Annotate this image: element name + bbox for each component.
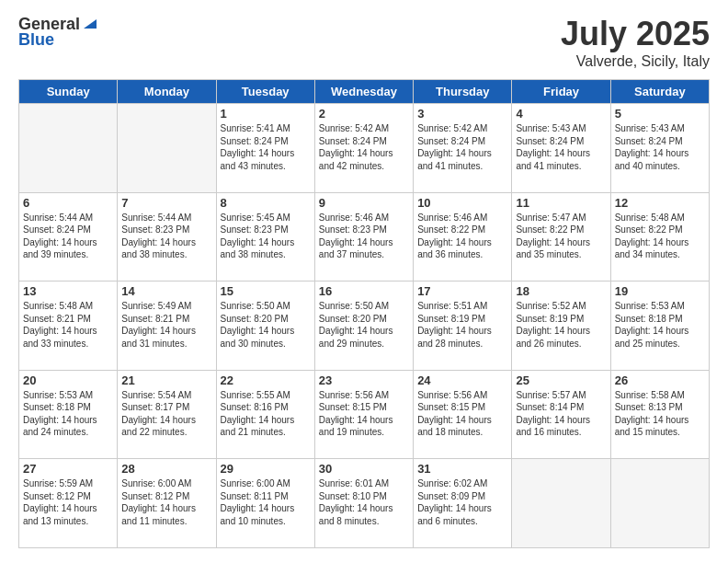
cell-details: Sunrise: 5:51 AMSunset: 8:19 PMDaylight:… — [417, 300, 507, 350]
calendar-cell: 29Sunrise: 6:00 AMSunset: 8:11 PMDayligh… — [216, 459, 314, 548]
calendar-cell — [512, 459, 610, 548]
svg-marker-0 — [84, 19, 97, 29]
logo: General Blue — [18, 15, 98, 50]
day-number: 11 — [516, 196, 606, 210]
cell-details: Sunrise: 5:59 AMSunset: 8:12 PMDaylight:… — [23, 477, 113, 527]
day-number: 8 — [221, 196, 311, 210]
calendar-cell: 11Sunrise: 5:47 AMSunset: 8:22 PMDayligh… — [512, 192, 610, 282]
day-number: 7 — [121, 196, 211, 210]
cell-details: Sunrise: 5:44 AMSunset: 8:24 PMDaylight:… — [23, 212, 113, 261]
cell-details: Sunrise: 5:42 AMSunset: 8:24 PMDaylight:… — [319, 122, 409, 172]
day-number: 19 — [615, 284, 705, 298]
day-number: 25 — [516, 373, 606, 387]
cell-details: Sunrise: 5:46 AMSunset: 8:22 PMDaylight:… — [417, 212, 507, 261]
header: General Blue July 2025 Valverde, Sicily,… — [18, 15, 710, 70]
cell-details: Sunrise: 5:55 AMSunset: 8:16 PMDaylight:… — [221, 389, 311, 439]
calendar-cell: 8Sunrise: 5:45 AMSunset: 8:23 PMDaylight… — [216, 192, 314, 282]
day-number: 28 — [121, 462, 211, 476]
day-number: 6 — [23, 196, 113, 210]
day-number: 4 — [516, 107, 606, 121]
day-number: 12 — [615, 196, 705, 210]
cell-details: Sunrise: 5:43 AMSunset: 8:24 PMDaylight:… — [615, 122, 705, 172]
day-number: 2 — [319, 107, 409, 121]
calendar-cell: 9Sunrise: 5:46 AMSunset: 8:23 PMDaylight… — [314, 192, 413, 282]
cell-details: Sunrise: 5:53 AMSunset: 8:18 PMDaylight:… — [615, 300, 705, 350]
day-number: 15 — [221, 284, 311, 298]
day-number: 14 — [121, 284, 211, 298]
weekday-header-monday: Monday — [118, 80, 216, 104]
day-number: 18 — [516, 284, 606, 298]
cell-details: Sunrise: 5:43 AMSunset: 8:24 PMDaylight:… — [516, 122, 606, 172]
calendar-cell: 31Sunrise: 6:02 AMSunset: 8:09 PMDayligh… — [414, 459, 512, 548]
weekday-header-row: SundayMondayTuesdayWednesdayThursdayFrid… — [19, 80, 710, 104]
day-number: 30 — [319, 462, 409, 476]
day-number: 27 — [23, 462, 113, 476]
calendar-cell: 19Sunrise: 5:53 AMSunset: 8:18 PMDayligh… — [610, 282, 709, 371]
day-number: 20 — [23, 373, 113, 387]
title-area: July 2025 Valverde, Sicily, Italy — [561, 15, 710, 70]
weekday-header-thursday: Thursday — [414, 80, 512, 104]
weekday-header-saturday: Saturday — [610, 80, 709, 104]
logo-arrow-icon — [82, 16, 98, 32]
week-row-3: 13Sunrise: 5:48 AMSunset: 8:21 PMDayligh… — [19, 282, 710, 371]
cell-details: Sunrise: 5:48 AMSunset: 8:21 PMDaylight:… — [23, 300, 113, 350]
day-number: 10 — [417, 196, 507, 210]
calendar-cell — [610, 459, 709, 548]
cell-details: Sunrise: 5:52 AMSunset: 8:19 PMDaylight:… — [516, 300, 606, 350]
cell-details: Sunrise: 5:54 AMSunset: 8:17 PMDaylight:… — [121, 389, 211, 439]
cell-details: Sunrise: 6:00 AMSunset: 8:12 PMDaylight:… — [121, 477, 211, 527]
calendar-cell: 2Sunrise: 5:42 AMSunset: 8:24 PMDaylight… — [314, 104, 413, 193]
logo-blue: Blue — [18, 30, 54, 50]
cell-details: Sunrise: 5:46 AMSunset: 8:23 PMDaylight:… — [319, 212, 409, 261]
calendar-cell: 26Sunrise: 5:58 AMSunset: 8:13 PMDayligh… — [610, 370, 709, 459]
calendar-cell: 22Sunrise: 5:55 AMSunset: 8:16 PMDayligh… — [216, 370, 314, 459]
location: Valverde, Sicily, Italy — [561, 53, 710, 70]
day-number: 23 — [319, 373, 409, 387]
calendar-cell — [19, 104, 118, 193]
calendar-cell: 1Sunrise: 5:41 AMSunset: 8:24 PMDaylight… — [216, 104, 314, 193]
weekday-header-sunday: Sunday — [19, 80, 118, 104]
calendar-cell: 7Sunrise: 5:44 AMSunset: 8:23 PMDaylight… — [118, 192, 216, 282]
week-row-2: 6Sunrise: 5:44 AMSunset: 8:24 PMDaylight… — [19, 192, 710, 282]
calendar-cell: 15Sunrise: 5:50 AMSunset: 8:20 PMDayligh… — [216, 282, 314, 371]
day-number: 5 — [615, 107, 705, 121]
weekday-header-tuesday: Tuesday — [216, 80, 314, 104]
calendar-table: SundayMondayTuesdayWednesdayThursdayFrid… — [18, 79, 710, 548]
calendar-cell: 30Sunrise: 6:01 AMSunset: 8:10 PMDayligh… — [314, 459, 413, 548]
day-number: 17 — [417, 284, 507, 298]
cell-details: Sunrise: 5:57 AMSunset: 8:14 PMDaylight:… — [516, 389, 606, 439]
cell-details: Sunrise: 5:53 AMSunset: 8:18 PMDaylight:… — [23, 389, 113, 439]
week-row-5: 27Sunrise: 5:59 AMSunset: 8:12 PMDayligh… — [19, 459, 710, 548]
calendar-cell: 21Sunrise: 5:54 AMSunset: 8:17 PMDayligh… — [118, 370, 216, 459]
day-number: 22 — [221, 373, 311, 387]
page: General Blue July 2025 Valverde, Sicily,… — [0, 0, 728, 563]
calendar-cell: 27Sunrise: 5:59 AMSunset: 8:12 PMDayligh… — [19, 459, 118, 548]
cell-details: Sunrise: 5:56 AMSunset: 8:15 PMDaylight:… — [319, 389, 409, 439]
calendar-cell: 6Sunrise: 5:44 AMSunset: 8:24 PMDaylight… — [19, 192, 118, 282]
cell-details: Sunrise: 5:50 AMSunset: 8:20 PMDaylight:… — [319, 300, 409, 350]
cell-details: Sunrise: 5:42 AMSunset: 8:24 PMDaylight:… — [417, 122, 507, 172]
calendar-cell: 18Sunrise: 5:52 AMSunset: 8:19 PMDayligh… — [512, 282, 610, 371]
calendar-cell: 20Sunrise: 5:53 AMSunset: 8:18 PMDayligh… — [19, 370, 118, 459]
calendar-cell: 12Sunrise: 5:48 AMSunset: 8:22 PMDayligh… — [610, 192, 709, 282]
day-number: 29 — [221, 462, 311, 476]
weekday-header-friday: Friday — [512, 80, 610, 104]
day-number: 21 — [121, 373, 211, 387]
cell-details: Sunrise: 5:47 AMSunset: 8:22 PMDaylight:… — [516, 212, 606, 261]
day-number: 9 — [319, 196, 409, 210]
calendar-cell — [118, 104, 216, 193]
month-title: July 2025 — [561, 15, 710, 53]
day-number: 16 — [319, 284, 409, 298]
calendar-cell: 17Sunrise: 5:51 AMSunset: 8:19 PMDayligh… — [414, 282, 512, 371]
day-number: 24 — [417, 373, 507, 387]
cell-details: Sunrise: 6:02 AMSunset: 8:09 PMDaylight:… — [417, 477, 507, 527]
cell-details: Sunrise: 5:50 AMSunset: 8:20 PMDaylight:… — [221, 300, 311, 350]
week-row-1: 1Sunrise: 5:41 AMSunset: 8:24 PMDaylight… — [19, 104, 710, 193]
calendar-cell: 23Sunrise: 5:56 AMSunset: 8:15 PMDayligh… — [314, 370, 413, 459]
calendar-cell: 14Sunrise: 5:49 AMSunset: 8:21 PMDayligh… — [118, 282, 216, 371]
day-number: 26 — [615, 373, 705, 387]
weekday-header-wednesday: Wednesday — [314, 80, 413, 104]
calendar-cell: 25Sunrise: 5:57 AMSunset: 8:14 PMDayligh… — [512, 370, 610, 459]
cell-details: Sunrise: 6:01 AMSunset: 8:10 PMDaylight:… — [319, 477, 409, 527]
day-number: 1 — [221, 107, 311, 121]
